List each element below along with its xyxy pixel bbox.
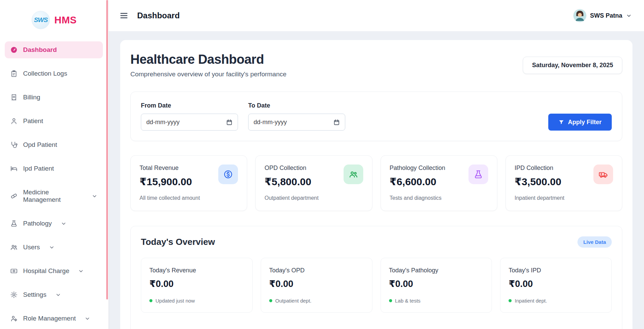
sidebar-item-label: Users bbox=[23, 244, 40, 251]
sidebar-item-label: Settings bbox=[23, 291, 47, 298]
from-date-field: From Date dd-mm-yyyy bbox=[141, 102, 238, 131]
sidebar-nav: Dashboard Collection Logs Billing Patien… bbox=[0, 40, 108, 327]
live-status-dot bbox=[509, 299, 512, 302]
user-gear-icon bbox=[10, 315, 18, 322]
brand[interactable]: SWS HMS bbox=[0, 0, 108, 40]
sidebar-item-label: Collection Logs bbox=[23, 70, 67, 77]
stats-row: Total Revenue ₹15,900.00 All time collec… bbox=[130, 155, 622, 211]
today-card-revenue: Today's Revenue ₹0.00 Updated just now bbox=[141, 258, 253, 313]
dashboard-panel: Healthcare Dashboard Comprehensive overv… bbox=[120, 40, 632, 329]
live-status-dot bbox=[389, 299, 392, 302]
stat-value: ₹15,900.00 bbox=[140, 176, 192, 188]
sidebar-item-hospital-charge[interactable]: Hospital Charge bbox=[5, 263, 103, 279]
stat-label: IPD Collection bbox=[515, 164, 562, 172]
today-status: Lab & tests bbox=[395, 298, 421, 304]
stat-card-ipd-collection: IPD Collection ₹3,500.00 Inpatient depar… bbox=[505, 155, 622, 211]
calendar-icon[interactable] bbox=[226, 119, 233, 125]
stat-desc: All time collected amount bbox=[140, 195, 238, 201]
sidebar-item-label: Hospital Charge bbox=[23, 267, 69, 275]
live-status-dot bbox=[269, 299, 272, 302]
from-date-input[interactable]: dd-mm-yyyy bbox=[141, 114, 238, 131]
brand-logo-icon: SWS bbox=[32, 11, 50, 29]
page-title: Healthcare Dashboard bbox=[130, 52, 287, 67]
current-date-chip: Saturday, November 8, 2025 bbox=[523, 57, 622, 74]
sidebar: SWS HMS Dashboard Collection Logs bbox=[0, 0, 109, 329]
stat-label: Total Revenue bbox=[140, 164, 192, 172]
sidebar-item-opd-patient[interactable]: Opd Patient bbox=[5, 136, 103, 153]
todays-overview-card: Today's Overview Live Data Today's Reven… bbox=[130, 226, 622, 329]
stat-desc: Inpatient department bbox=[515, 195, 613, 201]
person-icon bbox=[10, 117, 18, 125]
calendar-icon[interactable] bbox=[333, 119, 340, 125]
apply-filter-button[interactable]: Apply Filter bbox=[548, 114, 612, 131]
sidebar-item-users[interactable]: Users bbox=[5, 239, 103, 256]
sidebar-item-label: Pathology bbox=[23, 220, 52, 227]
ambulance-icon bbox=[593, 164, 613, 184]
capsule-icon bbox=[10, 192, 18, 200]
stat-value: ₹3,500.00 bbox=[515, 176, 562, 188]
sidebar-scrollbar[interactable] bbox=[106, 0, 108, 329]
date-placeholder: dd-mm-yyyy bbox=[146, 119, 180, 126]
sidebar-item-label: Medicine Management bbox=[23, 189, 71, 204]
todays-overview-title: Today's Overview bbox=[141, 237, 215, 247]
today-label: Today's Revenue bbox=[149, 267, 244, 274]
user-name: SWS Patna bbox=[590, 12, 622, 19]
today-status: Outpatient dept. bbox=[275, 298, 312, 304]
sidebar-item-label: Ipd Patient bbox=[23, 165, 54, 172]
sidebar-item-label: Opd Patient bbox=[23, 141, 57, 149]
to-date-label: To Date bbox=[248, 102, 345, 109]
sidebar-item-collection-logs[interactable]: Collection Logs bbox=[5, 65, 103, 82]
clipboard-icon bbox=[10, 70, 18, 77]
sidebar-item-label: Role Management bbox=[23, 315, 76, 322]
app-root: SWS HMS Dashboard Collection Logs bbox=[0, 0, 644, 329]
stat-value: ₹6,600.00 bbox=[390, 176, 445, 188]
sidebar-item-label: Dashboard bbox=[23, 46, 57, 54]
main-area: Dashboard SWS Patna bbox=[109, 0, 644, 329]
page-subtitle: Comprehensive overview of your facility'… bbox=[130, 71, 287, 78]
sidebar-item-role-management[interactable]: Role Management bbox=[5, 310, 103, 327]
stat-label: Pathology Collection bbox=[390, 164, 445, 172]
filter-funnel-icon bbox=[558, 119, 564, 125]
bed-icon bbox=[10, 165, 18, 172]
dollar-circle-icon bbox=[218, 164, 238, 184]
apply-filter-label: Apply Filter bbox=[568, 119, 602, 126]
today-value: ₹0.00 bbox=[149, 278, 244, 289]
sidebar-item-billing[interactable]: Billing bbox=[5, 89, 103, 106]
today-status: Updated just now bbox=[155, 298, 195, 304]
today-value: ₹0.00 bbox=[389, 278, 484, 289]
chevron-down-icon bbox=[55, 292, 61, 298]
flask-icon bbox=[10, 220, 18, 227]
today-card-opd: Today's OPD ₹0.00 Outpatient dept. bbox=[261, 258, 372, 313]
page-header: Healthcare Dashboard Comprehensive overv… bbox=[130, 52, 622, 78]
date-placeholder: dd-mm-yyyy bbox=[254, 119, 287, 126]
people-group-icon bbox=[344, 164, 363, 184]
sidebar-item-ipd-patient[interactable]: Ipd Patient bbox=[5, 160, 103, 177]
chevron-down-icon bbox=[78, 268, 84, 274]
sidebar-item-patient[interactable]: Patient bbox=[5, 113, 103, 130]
to-date-input[interactable]: dd-mm-yyyy bbox=[248, 114, 345, 131]
sidebar-item-label: Billing bbox=[23, 94, 40, 101]
stat-card-opd-collection: OPD Collection ₹5,800.00 Outpatient depa… bbox=[255, 155, 372, 211]
receipt-icon bbox=[10, 94, 18, 101]
today-grid: Today's Revenue ₹0.00 Updated just now T… bbox=[141, 258, 612, 313]
menu-toggle-button[interactable] bbox=[119, 11, 128, 20]
chevron-down-icon bbox=[61, 221, 67, 227]
gear-icon bbox=[10, 291, 18, 298]
today-card-pathology: Today's Pathology ₹0.00 Lab & tests bbox=[381, 258, 492, 313]
stat-value: ₹5,800.00 bbox=[264, 176, 311, 188]
sidebar-item-medicine-management[interactable]: Medicine Management bbox=[5, 184, 103, 208]
today-value: ₹0.00 bbox=[509, 278, 603, 289]
brand-name: HMS bbox=[54, 15, 77, 26]
sidebar-item-pathology[interactable]: Pathology bbox=[5, 215, 103, 232]
sidebar-item-settings[interactable]: Settings bbox=[5, 286, 103, 303]
flask-icon bbox=[468, 164, 488, 184]
sidebar-item-dashboard[interactable]: Dashboard bbox=[5, 41, 103, 58]
avatar bbox=[573, 9, 586, 22]
sidebar-scrollbar-thumb[interactable] bbox=[106, 0, 108, 299]
people-icon bbox=[10, 244, 18, 251]
stethoscope-icon bbox=[10, 141, 18, 149]
user-menu[interactable]: SWS Patna bbox=[573, 9, 632, 22]
today-label: Today's OPD bbox=[269, 267, 364, 274]
chevron-down-icon bbox=[49, 245, 55, 250]
chevron-down-icon bbox=[92, 193, 97, 199]
